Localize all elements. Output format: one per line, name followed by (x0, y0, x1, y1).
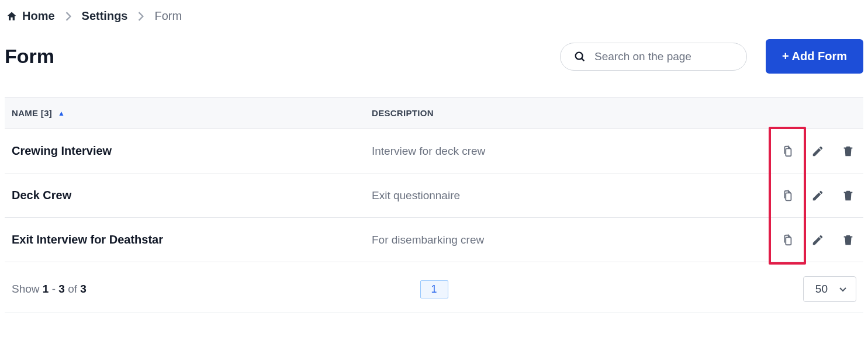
home-icon (6, 11, 18, 22)
delete-button[interactable] (841, 144, 856, 159)
breadcrumb: Home Settings Form (5, 6, 863, 36)
breadcrumb-item-label: Settings (82, 9, 128, 23)
edit-column (810, 129, 826, 262)
delete-column (840, 129, 856, 262)
breadcrumb-home-label: Home (22, 9, 55, 23)
page-size-value: 50 (815, 283, 828, 296)
pagination-total: 3 (80, 283, 87, 295)
table-row: Crewing Interview Interview for deck cre… (5, 129, 863, 173)
search-box[interactable] (560, 43, 747, 71)
column-header-description[interactable]: DESCRIPTION (372, 108, 745, 118)
row-actions-area (779, 129, 856, 262)
copy-button[interactable] (780, 188, 795, 203)
copy-button[interactable] (780, 232, 795, 248)
breadcrumb-item-label: Form (154, 9, 182, 23)
chevron-down-icon (838, 284, 848, 294)
copy-button[interactable] (780, 144, 795, 159)
pagination-to: 3 (58, 283, 65, 295)
chevron-right-icon (65, 12, 71, 21)
pagination-summary: Show 1 - 3 of 3 (12, 283, 87, 296)
page-size-select[interactable]: 50 (803, 276, 856, 302)
edit-button[interactable] (810, 144, 825, 159)
search-icon (573, 50, 586, 63)
chevron-right-icon (138, 12, 144, 21)
svg-line-1 (582, 58, 584, 60)
edit-button[interactable] (810, 232, 825, 248)
page-number-current[interactable]: 1 (420, 280, 448, 298)
column-header-name-label: NAME [3] (12, 108, 52, 118)
delete-button[interactable] (841, 232, 856, 248)
pagination-pages: 1 (420, 280, 448, 298)
table-footer: Show 1 - 3 of 3 1 50 (5, 262, 863, 313)
table-header: NAME [3] ▲ DESCRIPTION (5, 97, 863, 129)
row-name[interactable]: Crewing Interview (12, 144, 372, 158)
breadcrumb-current: Form (154, 9, 182, 23)
breadcrumb-settings[interactable]: Settings (82, 9, 128, 23)
search-input[interactable] (594, 50, 734, 63)
column-header-description-label: DESCRIPTION (372, 108, 434, 118)
copy-column (779, 129, 796, 262)
row-name[interactable]: Deck Crew (12, 189, 372, 202)
table-row: Deck Crew Exit questionnaire (5, 173, 863, 218)
header-actions: + Add Form (560, 39, 863, 74)
add-form-button[interactable]: + Add Form (766, 39, 863, 74)
edit-button[interactable] (810, 188, 825, 203)
forms-table: NAME [3] ▲ DESCRIPTION Crewing Interview… (5, 97, 863, 262)
delete-button[interactable] (841, 188, 856, 203)
svg-point-0 (576, 52, 583, 59)
pagination-from: 1 (43, 283, 49, 295)
breadcrumb-home[interactable]: Home (6, 9, 55, 23)
row-name[interactable]: Exit Interview for Deathstar (12, 233, 372, 246)
page-title: Form (5, 45, 54, 68)
column-header-name[interactable]: NAME [3] ▲ (12, 108, 372, 118)
table-row: Exit Interview for Deathstar For disemba… (5, 218, 863, 262)
page-header: Form + Add Form (5, 36, 863, 97)
sort-ascending-icon: ▲ (58, 109, 65, 117)
pagination-show-label: Show (12, 283, 43, 295)
